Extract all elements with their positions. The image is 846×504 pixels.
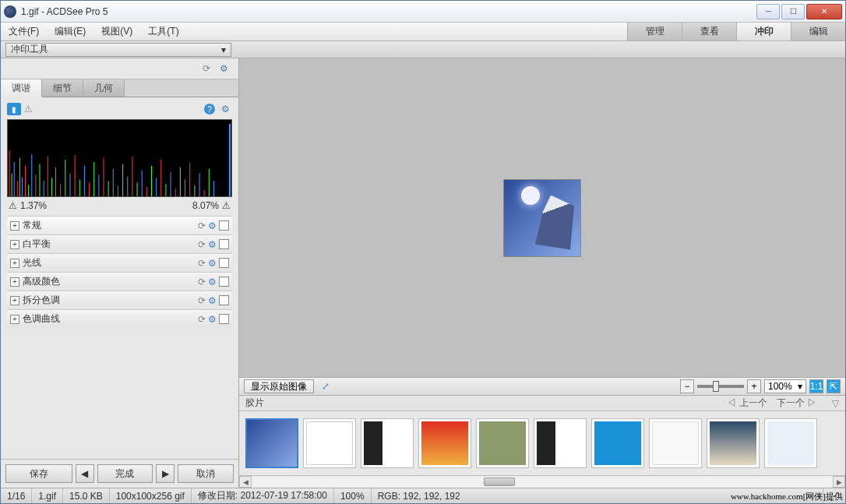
zoom-out-button[interactable]: − [680,379,694,393]
done-button[interactable]: 完成 [97,464,153,483]
filmstrip-prev[interactable]: ◁ 上一个 [727,397,767,410]
thumbnail[interactable] [476,418,529,468]
reset-icon[interactable]: ⟳ [198,258,206,269]
section-split-tone[interactable]: + 拆分色调 ⟳⚙ [7,291,232,309]
gear-icon[interactable]: ⚙ [208,220,217,231]
thumbnail[interactable] [245,418,298,468]
actual-size-button[interactable]: ⇱ [827,379,841,393]
menu-edit[interactable]: 编辑(E) [47,23,93,41]
histogram-header: ▮ ⚠ ? ⚙ [7,100,232,118]
mode-view[interactable]: 查看 [682,23,736,41]
view-toolbar: 显示原始图像 ⤢ − + 100%▾ 1:1 ⇱ [239,377,845,396]
close-button[interactable]: ✕ [806,4,842,19]
refresh-icon[interactable]: ⟳ [199,62,213,76]
checkbox[interactable] [219,220,229,231]
checkbox[interactable] [219,277,229,287]
gear-icon[interactable]: ⚙ [208,239,217,250]
mode-manage[interactable]: 管理 [627,23,682,41]
checkbox[interactable] [219,258,229,268]
reset-icon[interactable]: ⟳ [198,220,206,231]
maximize-button[interactable]: ☐ [781,4,805,19]
gear-icon[interactable]: ⚙ [208,258,217,269]
cancel-button[interactable]: 取消 [178,464,234,483]
expand-icon[interactable]: + [10,296,19,305]
histogram-gear-icon[interactable]: ⚙ [218,102,232,116]
scroll-right-icon[interactable]: ▶ [833,476,845,488]
reset-icon[interactable]: ⟳ [198,314,206,325]
histogram-footer: ⚠1.37% 8.07%⚠ [7,199,232,216]
expand-icon[interactable]: + [10,277,19,287]
menu-view[interactable]: 视图(V) [93,23,140,41]
filmstrip-collapse-icon[interactable]: ▽ [832,398,839,409]
develop-inner-tabs: 调谐 细节 几何 [1,79,238,97]
statusbar: 1/16 1.gif 15.0 KB 100x100x256 gif 修改日期:… [1,488,845,503]
filmstrip-next[interactable]: 下一个 ▷ [777,397,816,410]
scroll-left-icon[interactable]: ◀ [239,476,252,488]
thumbnail[interactable] [303,418,356,468]
filmstrip-label: 胶片 [245,397,264,410]
minimize-button[interactable]: ─ [756,4,780,19]
preview-image [503,179,581,257]
expand-icon[interactable]: + [10,240,19,249]
dropdown-label: 冲印工具 [11,43,48,56]
chevron-down-icon: ▾ [221,44,226,55]
clip-low-value: 1.37% [20,200,47,211]
thumbnail[interactable] [418,418,471,468]
thumbnail[interactable] [764,418,817,468]
gear-icon[interactable]: ⚙ [208,314,217,325]
gear-icon[interactable]: ⚙ [208,295,217,306]
gear-icon[interactable]: ⚙ [217,62,231,76]
section-general[interactable]: + 常规 ⟳⚙ [7,216,232,234]
expand-icon[interactable]: + [10,259,19,268]
reset-icon[interactable]: ⟳ [198,239,206,250]
thumbnail[interactable] [591,418,644,468]
crop-icon[interactable]: ⤢ [319,379,333,393]
expand-icon[interactable]: + [10,221,19,231]
fit-button[interactable]: 1:1 [809,379,823,393]
warning-icon[interactable]: ⚠ [24,104,33,115]
menu-tools[interactable]: 工具(T) [140,23,186,41]
reset-icon[interactable]: ⟳ [198,277,206,287]
next-image-button[interactable]: ▶ [156,464,174,483]
status-filename: 1.gif [32,488,63,503]
checkbox[interactable] [219,314,229,324]
zoom-in-button[interactable]: + [747,379,761,393]
filmstrip-header: 胶片 ◁ 上一个 下一个 ▷ ▽ [239,396,845,411]
window-controls: ─ ☐ ✕ [756,4,842,19]
scroll-thumb[interactable] [484,478,515,486]
checkbox[interactable] [219,239,229,249]
thumbnail[interactable] [649,418,702,468]
zoom-slider[interactable] [697,385,744,388]
thumbnail[interactable] [534,418,587,468]
tab-geometry[interactable]: 几何 [83,79,125,97]
sidebar: ⟳ ⚙ 调谐 细节 几何 ▮ ⚠ ? ⚙ [1,58,239,488]
help-icon[interactable]: ? [204,104,215,115]
histogram-icon[interactable]: ▮ [7,103,21,115]
image-canvas[interactable] [239,58,845,377]
thumbnail[interactable] [361,418,414,468]
thumbnail[interactable] [707,418,760,468]
filmstrip-scrollbar[interactable]: ◀ ▶ [239,475,845,488]
menu-file[interactable]: 文件(F) [1,23,47,41]
status-zoom: 100% [334,488,372,503]
reset-icon[interactable]: ⟳ [198,295,206,306]
section-lighting[interactable]: + 光线 ⟳⚙ [7,253,232,272]
section-white-balance[interactable]: + 白平衡 ⟳⚙ [7,234,232,253]
mode-edit[interactable]: 编辑 [791,23,845,41]
expand-icon[interactable]: + [10,315,19,324]
mode-develop[interactable]: 冲印 [736,23,791,41]
tab-tune[interactable]: 调谐 [1,79,42,97]
prev-image-button[interactable]: ◀ [76,464,94,483]
show-original-button[interactable]: 显示原始图像 [244,379,314,393]
section-tone-curve[interactable]: + 色调曲线 ⟳⚙ [7,309,232,328]
develop-tools-dropdown[interactable]: 冲印工具 ▾ [5,43,231,57]
gear-icon[interactable]: ⚙ [208,277,217,287]
histogram [7,119,232,197]
status-modified: 修改日期: 2012-07-19 17:58:00 [192,488,334,503]
main-area: ⟳ ⚙ 调谐 细节 几何 ▮ ⚠ ? ⚙ [1,58,845,488]
zoom-percent-dropdown[interactable]: 100%▾ [764,379,806,393]
save-button[interactable]: 保存 [5,464,72,483]
tab-detail[interactable]: 细节 [42,79,83,97]
section-advanced-color[interactable]: + 高级颜色 ⟳⚙ [7,272,232,291]
checkbox[interactable] [219,295,229,305]
